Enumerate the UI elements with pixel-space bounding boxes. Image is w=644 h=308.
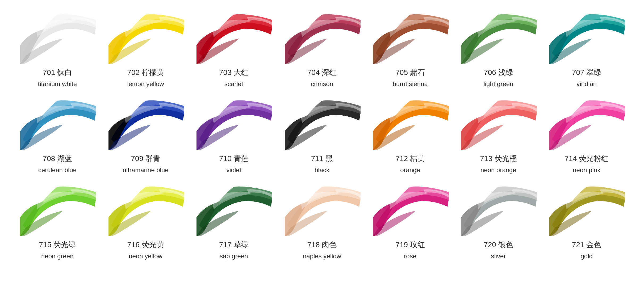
color-eng-715: neon green <box>39 251 76 261</box>
swatch-702 <box>106 11 186 64</box>
color-code-cn-709: 709 群青 <box>123 153 169 164</box>
swatch-720 <box>458 183 538 236</box>
swatch-701 <box>18 11 97 64</box>
color-item-719: 719 玫红rose <box>369 183 452 261</box>
color-label-709: 709 群青ultramarine blue <box>123 153 169 175</box>
swatch-717 <box>194 183 274 236</box>
swatch-704 <box>282 11 362 64</box>
color-label-713: 713 荧光橙neon orange <box>480 153 517 175</box>
color-label-706: 706 浅绿light green <box>483 67 513 89</box>
color-label-703: 703 大红scarlet <box>219 67 249 89</box>
swatch-711 <box>282 97 362 150</box>
color-grid: 701 钛白titanium white702 柠檬黄lemon yellow7… <box>16 11 628 261</box>
color-eng-708: cerulean blue <box>38 165 77 175</box>
swatch-715 <box>18 183 97 236</box>
color-eng-707: viridian <box>572 79 601 89</box>
color-eng-719: rose <box>395 251 425 261</box>
color-code-cn-719: 719 玫红 <box>395 239 425 250</box>
color-code-cn-701: 701 钛白 <box>38 67 77 78</box>
color-label-719: 719 玫红rose <box>395 239 425 261</box>
color-item-721: 721 金色gold <box>545 183 628 261</box>
color-code-cn-714: 714 荧光粉红 <box>564 153 609 164</box>
color-code-cn-706: 706 浅绿 <box>483 67 513 78</box>
color-eng-701: titanium white <box>38 79 77 89</box>
color-code-cn-705: 705 赭石 <box>393 67 428 78</box>
color-code-cn-721: 721 金色 <box>572 239 601 250</box>
color-label-717: 717 草绿sap green <box>219 239 249 261</box>
color-eng-717: sap green <box>219 251 249 261</box>
color-item-701: 701 钛白titanium white <box>16 11 99 89</box>
swatch-719 <box>370 183 450 236</box>
color-code-cn-713: 713 荧光橙 <box>480 153 517 164</box>
color-eng-703: scarlet <box>219 79 249 89</box>
color-label-704: 704 深红crimson <box>307 67 337 89</box>
swatch-714 <box>547 97 626 150</box>
color-eng-721: gold <box>572 251 601 261</box>
color-item-707: 707 翠绿viridian <box>545 11 628 89</box>
color-eng-714: neon pink <box>564 165 609 175</box>
color-code-cn-716: 716 荧光黄 <box>127 239 164 250</box>
swatch-705 <box>370 11 450 64</box>
color-item-717: 717 草绿sap green <box>192 183 275 261</box>
color-code-cn-707: 707 翠绿 <box>572 67 601 78</box>
color-eng-702: lemon yellow <box>127 79 164 89</box>
color-item-716: 716 荧光黄neon yellow <box>104 183 187 261</box>
color-eng-712: orange <box>395 165 425 175</box>
color-item-712: 712 桔黄orange <box>369 97 452 175</box>
swatch-708 <box>18 97 97 150</box>
color-code-cn-717: 717 草绿 <box>219 239 249 250</box>
color-item-703: 703 大红scarlet <box>192 11 275 89</box>
color-code-cn-710: 710 青莲 <box>219 153 249 164</box>
swatch-710 <box>194 97 274 150</box>
color-item-715: 715 荧光绿neon green <box>16 183 99 261</box>
color-eng-709: ultramarine blue <box>123 165 169 175</box>
color-item-713: 713 荧光橙neon orange <box>457 97 540 175</box>
swatch-703 <box>194 11 274 64</box>
color-eng-705: burnt sienna <box>393 79 428 89</box>
swatch-716 <box>106 183 186 236</box>
color-eng-710: violet <box>219 165 249 175</box>
color-item-709: 709 群青ultramarine blue <box>104 97 187 175</box>
color-label-701: 701 钛白titanium white <box>38 67 77 89</box>
color-label-711: 711 黑black <box>311 153 333 175</box>
color-eng-704: crimson <box>307 79 337 89</box>
swatch-707 <box>547 11 626 64</box>
color-item-704: 704 深红crimson <box>281 11 363 89</box>
color-code-cn-703: 703 大红 <box>219 67 249 78</box>
color-item-711: 711 黑black <box>281 97 363 175</box>
color-eng-720: sliver <box>484 251 513 261</box>
color-item-720: 720 银色sliver <box>457 183 540 261</box>
color-label-708: 708 湖蓝cerulean blue <box>38 153 77 175</box>
color-code-cn-702: 702 柠檬黄 <box>127 67 164 78</box>
color-label-716: 716 荧光黄neon yellow <box>127 239 164 261</box>
color-code-cn-704: 704 深红 <box>307 67 337 78</box>
color-code-cn-715: 715 荧光绿 <box>39 239 76 250</box>
color-eng-706: light green <box>483 79 513 89</box>
color-label-720: 720 银色sliver <box>484 239 513 261</box>
color-label-714: 714 荧光粉红neon pink <box>564 153 609 175</box>
color-item-714: 714 荧光粉红neon pink <box>545 97 628 175</box>
color-eng-711: black <box>311 165 333 175</box>
swatch-713 <box>458 97 538 150</box>
color-eng-716: neon yellow <box>127 251 164 261</box>
color-label-712: 712 桔黄orange <box>395 153 425 175</box>
color-code-cn-708: 708 湖蓝 <box>38 153 77 164</box>
color-item-710: 710 青莲violet <box>192 97 275 175</box>
color-eng-718: naples yellow <box>303 251 341 261</box>
color-item-705: 705 赭石burnt sienna <box>369 11 452 89</box>
color-code-cn-720: 720 银色 <box>484 239 513 250</box>
swatch-709 <box>106 97 186 150</box>
color-eng-713: neon orange <box>480 165 517 175</box>
color-item-718: 718 肉色naples yellow <box>281 183 363 261</box>
color-label-710: 710 青莲violet <box>219 153 249 175</box>
color-code-cn-718: 718 肉色 <box>303 239 341 250</box>
swatch-718 <box>282 183 362 236</box>
color-label-705: 705 赭石burnt sienna <box>393 67 428 89</box>
color-label-715: 715 荧光绿neon green <box>39 239 76 261</box>
swatch-706 <box>458 11 538 64</box>
color-label-721: 721 金色gold <box>572 239 601 261</box>
color-code-cn-712: 712 桔黄 <box>395 153 425 164</box>
color-item-708: 708 湖蓝cerulean blue <box>16 97 99 175</box>
color-item-706: 706 浅绿light green <box>457 11 540 89</box>
color-label-702: 702 柠檬黄lemon yellow <box>127 67 164 89</box>
